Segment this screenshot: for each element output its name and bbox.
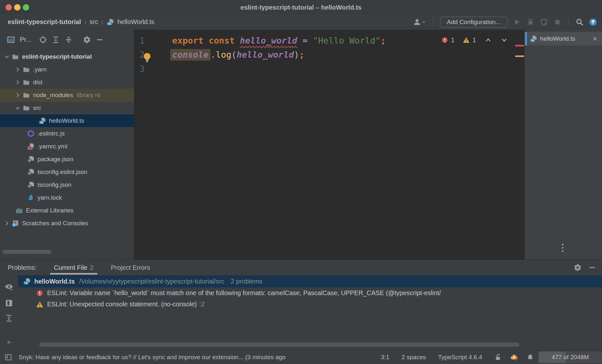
chevron-right-icon[interactable]	[14, 92, 21, 98]
expand-all-icon[interactable]	[52, 36, 60, 44]
problems-panel: Problems: Current File2 Project Errors »…	[0, 260, 602, 350]
search-icon[interactable]	[576, 18, 583, 26]
problem-location: :2	[199, 301, 205, 308]
debug-icon[interactable]	[527, 18, 534, 26]
chevron-right-icon[interactable]	[14, 67, 21, 72]
tree-row[interactable]: {}tsconfig.eslint.json	[0, 166, 134, 178]
problem-row[interactable]: ESLint: Unexpected console statement. (n…	[18, 299, 602, 310]
hide-panel-icon[interactable]	[96, 36, 104, 44]
svg-text:TS: TS	[40, 121, 43, 124]
bell-icon[interactable]	[526, 353, 534, 361]
horizontal-scrollbar[interactable]	[39, 343, 519, 347]
folder-icon	[22, 66, 30, 73]
stop-icon[interactable]	[554, 18, 561, 26]
chevron-right-icon[interactable]	[14, 79, 21, 85]
previous-problem-icon[interactable]	[484, 36, 492, 44]
svg-text:{}: {}	[28, 172, 31, 175]
close-icon[interactable]	[591, 35, 599, 43]
project-tool-icon[interactable]	[7, 36, 15, 44]
project-tree: eslint-typescript-tutorial.yarndistnode_…	[0, 50, 134, 230]
gear-icon[interactable]	[574, 264, 581, 271]
more-options-icon[interactable]	[562, 244, 564, 252]
code-line[interactable]: 2console.log(hello_world);	[134, 48, 525, 62]
window-title: eslint-typescript-tutorial – helloWorld.…	[0, 0, 602, 15]
folder-icon	[12, 53, 19, 60]
problem-text: ESLint: Variable name `hello_world` must…	[47, 289, 441, 297]
code-area[interactable]: 1export const hello_world = "Hello World…	[134, 30, 525, 260]
tree-row[interactable]: {}package.json	[0, 153, 134, 166]
breadcrumb-separator-icon: ›	[84, 17, 86, 27]
problems-file-path: /Volumes/v/yytypescript/eslint-typescrip…	[79, 278, 224, 285]
error-icon	[36, 290, 43, 297]
lock-icon[interactable]	[494, 353, 502, 361]
tree-row[interactable]: eslint-typescript-tutorial	[0, 50, 134, 63]
code-editor[interactable]: 1export const hello_world = "Hello World…	[134, 30, 525, 260]
toolwindow-toggle-icon[interactable]	[4, 353, 12, 361]
tree-row[interactable]: node_moduleslibrary ro	[0, 89, 134, 102]
locate-file-icon[interactable]	[39, 36, 47, 44]
tree-row[interactable]: External Libraries	[0, 204, 134, 217]
hide-panel-icon[interactable]	[589, 264, 596, 271]
chevron-down-icon[interactable]	[14, 105, 21, 111]
warning-stripe-mark[interactable]	[515, 55, 524, 57]
tree-row[interactable]: YML.yarnrc.yml	[0, 140, 134, 153]
add-configuration-button[interactable]: Add Configuration...	[440, 17, 507, 28]
tab-project-errors[interactable]: Project Errors	[111, 260, 150, 275]
toolbar-separator	[433, 18, 433, 26]
tree-row[interactable]: .yarn	[0, 63, 134, 76]
tree-row[interactable]: Scratches and Consoles	[0, 217, 134, 230]
horizontal-scrollbar[interactable]	[3, 250, 51, 254]
external-libraries-icon	[15, 207, 23, 214]
tree-item-label: dist	[33, 79, 43, 86]
project-panel-title[interactable]: Pr...	[20, 36, 31, 43]
line-number[interactable]: 1	[134, 34, 168, 48]
json-file-icon: {}	[27, 156, 35, 163]
run-icon[interactable]	[513, 18, 521, 26]
tree-row[interactable]: .eslintrc.js	[0, 127, 134, 140]
tree-row[interactable]: src	[0, 102, 134, 114]
open-preview-icon[interactable]	[5, 299, 13, 307]
editor-tab[interactable]: TS helloWorld.ts	[525, 32, 602, 46]
next-problem-icon[interactable]	[500, 36, 508, 44]
intention-bulb-icon[interactable]	[143, 52, 152, 63]
status-message[interactable]: Snyk: Have any ideas or feedback for us?…	[19, 354, 373, 361]
eslint-icon	[27, 130, 35, 137]
problems-file-row[interactable]: TS helloWorld.ts /Volumes/v/yytypescript…	[18, 275, 602, 287]
more-tools-icon[interactable]: »	[7, 338, 11, 345]
expand-collapse-icon[interactable]	[5, 314, 13, 322]
tree-row[interactable]: yarn.lock	[0, 191, 134, 204]
tree-item-label: .eslintrc.js	[38, 130, 64, 137]
problem-text: ESLint: Unexpected console statement. (n…	[47, 301, 197, 308]
tree-row[interactable]: {}tsconfig.json	[0, 178, 134, 191]
chevron-right-icon[interactable]	[3, 220, 10, 226]
code-text: export const hello_world = "Hello World"…	[168, 34, 386, 48]
folder-icon	[22, 92, 30, 99]
breadcrumb-folder[interactable]: src	[89, 18, 98, 26]
tree-row[interactable]: dist	[0, 76, 134, 89]
user-account-button[interactable]	[413, 18, 426, 26]
breadcrumb-file[interactable]: helloWorld.ts	[117, 18, 154, 26]
tree-row[interactable]: TShelloWorld.ts	[0, 114, 134, 127]
chevron-down-icon[interactable]	[3, 54, 10, 60]
collapse-all-icon[interactable]	[65, 36, 72, 44]
view-options-icon[interactable]	[4, 282, 14, 292]
indent-setting[interactable]: 2 spaces	[402, 354, 426, 361]
gear-icon[interactable]	[83, 36, 91, 44]
tab-current-file[interactable]: Current File2	[54, 260, 94, 275]
folder-icon	[22, 79, 30, 86]
line-number[interactable]: 3	[134, 62, 168, 76]
caret-position[interactable]: 3:1	[381, 354, 389, 361]
breadcrumb-separator-icon: ›	[101, 17, 103, 27]
code-line[interactable]: 3	[134, 62, 525, 76]
tree-item-label: helloWorld.ts	[49, 117, 84, 124]
snyk-cloud-icon[interactable]	[510, 353, 518, 361]
tree-item-label: Scratches and Consoles	[22, 220, 88, 227]
breadcrumb-project[interactable]: eslint-typescript-tutorial	[8, 18, 81, 26]
typescript-file-icon: TS	[23, 278, 31, 285]
update-icon[interactable]	[589, 18, 597, 26]
error-stripe-mark[interactable]	[515, 45, 524, 46]
problem-row[interactable]: ESLint: Variable name `hello_world` must…	[18, 287, 602, 299]
coverage-icon[interactable]	[540, 18, 548, 26]
memory-indicator[interactable]: 477 of 2048M	[539, 352, 602, 363]
typescript-version[interactable]: TypeScript 4.6.4	[438, 354, 482, 361]
